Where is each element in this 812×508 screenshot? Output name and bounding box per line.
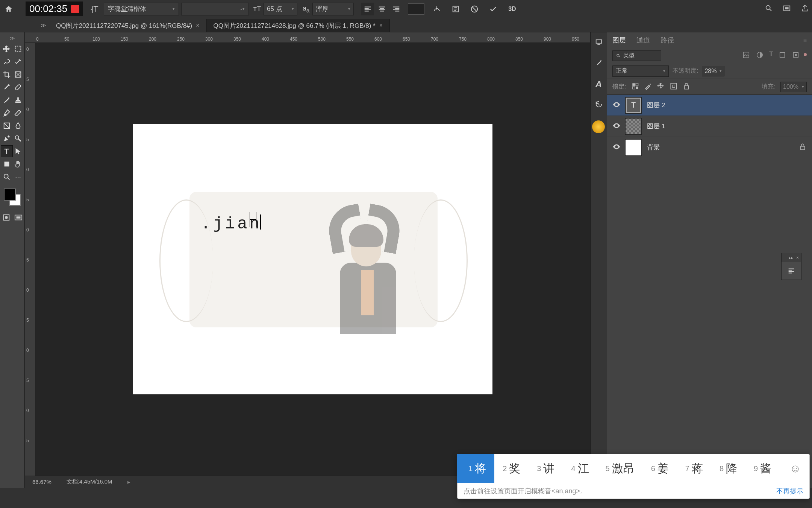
threed-button[interactable]: 3D (506, 3, 518, 15)
ruler-horizontal[interactable]: 0 50 100 150 200 250 300 350 400 450 500… (25, 32, 590, 43)
dodge-tool[interactable] (12, 133, 24, 144)
color-swatches[interactable] (4, 189, 21, 206)
layer-row[interactable]: 图层 1 (607, 116, 812, 137)
lock-brush-icon[interactable] (644, 82, 652, 92)
move-tool[interactable] (1, 43, 12, 55)
ime-candidate[interactable]: 3讲 (529, 454, 563, 483)
tab-overflow-icon[interactable]: ≫ (41, 22, 46, 28)
doc-size[interactable]: 文档:4.45M/16.0M (67, 478, 112, 485)
character-panel-button[interactable] (449, 3, 462, 15)
panel-menu-icon[interactable]: ≡ (803, 37, 807, 44)
antialias-dropdown[interactable]: 浑厚 ▾ (312, 3, 354, 15)
ime-hint-bar[interactable]: 点击前往设置页面开启模糊音<an,ang>。 不再提示 (458, 483, 809, 499)
eyedropper-tool[interactable] (1, 82, 12, 93)
filter-shape-icon[interactable] (778, 51, 786, 61)
search-icon[interactable] (765, 4, 773, 14)
pen-tool[interactable] (1, 133, 12, 144)
ime-candidate[interactable]: 1将 (457, 454, 494, 483)
ime-candidate[interactable]: 2奖 (494, 454, 529, 483)
warp-text-button[interactable] (430, 3, 443, 15)
edit-toolbar-button[interactable]: ⋯ (12, 171, 24, 183)
lock-all-icon[interactable] (682, 82, 691, 92)
close-icon[interactable]: × (796, 255, 799, 260)
collapse-icon[interactable]: ▸▸ (789, 255, 793, 260)
history-icon[interactable] (595, 100, 603, 110)
share-icon[interactable] (801, 4, 809, 14)
filter-text-icon[interactable]: T (769, 51, 773, 61)
align-right-button[interactable] (390, 3, 403, 15)
ime-hint-dismiss[interactable]: 不再提示 (776, 487, 803, 496)
layers-tab[interactable]: 图层 (612, 36, 626, 45)
zoom-level[interactable]: 66.67% (32, 479, 52, 485)
status-arrow-icon[interactable]: ▸ (127, 479, 130, 485)
filter-image-icon[interactable] (742, 51, 750, 61)
lock-pixels-icon[interactable] (631, 82, 639, 92)
document-tab[interactable]: QQ图片20211127220745.jpg @ 161%(RGB/8#) × (49, 19, 207, 32)
ime-candidate[interactable]: 8降 (711, 454, 745, 483)
filter-adjust-icon[interactable] (756, 51, 764, 61)
filter-toggle-icon[interactable] (804, 53, 807, 56)
fill-input[interactable]: 100% ▾ (780, 82, 807, 92)
close-icon[interactable]: × (196, 22, 199, 29)
cancel-icon[interactable] (468, 3, 481, 15)
workspace-icon[interactable] (783, 4, 791, 14)
lock-icon[interactable] (798, 143, 807, 152)
zoom-tool[interactable] (1, 171, 12, 183)
history-brush-tool[interactable] (1, 107, 12, 119)
canvas-viewport[interactable]: .jian (35, 43, 590, 476)
text-color-swatch[interactable] (408, 3, 424, 15)
gradient-tool[interactable] (1, 120, 12, 131)
hand-tool[interactable] (12, 158, 24, 170)
align-center-button[interactable] (376, 3, 388, 15)
visibility-icon[interactable] (612, 122, 620, 131)
lock-position-icon[interactable] (657, 82, 665, 92)
healing-tool[interactable] (12, 82, 24, 93)
floating-panel[interactable]: ▸▸× (781, 253, 801, 280)
paths-tab[interactable]: 路径 (661, 36, 674, 45)
align-left-button[interactable] (361, 3, 374, 15)
brush-tool[interactable] (1, 94, 12, 106)
paragraph-icon[interactable] (782, 262, 801, 280)
foreground-color-swatch[interactable] (4, 189, 16, 201)
commit-icon[interactable] (487, 3, 500, 15)
layer-filter-search[interactable]: 类型 (612, 50, 661, 61)
ime-candidate[interactable]: 6姜 (643, 454, 677, 483)
quick-mask-icon[interactable] (2, 213, 11, 223)
visibility-icon[interactable] (612, 143, 620, 152)
emoji-button[interactable]: ☺ (784, 454, 806, 483)
stamp-tool[interactable] (12, 94, 24, 106)
magic-wand-tool[interactable] (12, 56, 24, 67)
close-icon[interactable]: × (379, 22, 383, 29)
marquee-tool[interactable] (12, 43, 24, 55)
path-select-tool[interactable] (12, 146, 24, 157)
screen-mode-icon[interactable] (14, 213, 23, 223)
frame-tool[interactable] (12, 69, 24, 80)
ime-candidate[interactable]: 7蒋 (677, 454, 711, 483)
gold-badge-icon[interactable] (592, 120, 605, 133)
layer-name[interactable]: 图层 2 (647, 101, 665, 110)
character-icon[interactable]: A (595, 79, 602, 90)
rail-icon[interactable] (595, 38, 603, 48)
lasso-tool[interactable] (1, 56, 12, 67)
ime-candidate[interactable]: 5激昂 (597, 454, 643, 483)
home-icon[interactable] (3, 3, 14, 15)
shape-tool[interactable] (1, 158, 12, 170)
document-tab[interactable]: QQ图片20211127214628.jpg @ 66.7% (图层 1, RG… (207, 19, 390, 32)
visibility-icon[interactable] (612, 100, 620, 110)
ime-candidate[interactable]: 9酱 (745, 454, 780, 483)
layer-row[interactable]: T 图层 2 (607, 95, 812, 116)
floating-panel-header[interactable]: ▸▸× (782, 253, 801, 262)
ruler-vertical[interactable]: 0 5 0 5 0 5 0 5 0 5 0 5 0 5 (25, 43, 35, 476)
channels-tab[interactable]: 通道 (636, 36, 650, 45)
filter-smart-icon[interactable] (792, 51, 800, 61)
eraser-tool[interactable] (12, 107, 24, 119)
layer-name[interactable]: 图层 1 (647, 122, 665, 131)
font-size-dropdown[interactable]: 65 点 ▾ (264, 3, 297, 15)
layer-name[interactable]: 背景 (647, 143, 660, 152)
text-orientation-icon[interactable]: ⸡T (91, 4, 98, 14)
brush-icon[interactable] (595, 59, 603, 68)
ime-candidate[interactable]: 4江 (563, 454, 597, 483)
type-tool[interactable]: T (1, 146, 12, 157)
blur-tool[interactable] (12, 120, 24, 131)
layer-row[interactable]: 背景 (607, 137, 812, 158)
